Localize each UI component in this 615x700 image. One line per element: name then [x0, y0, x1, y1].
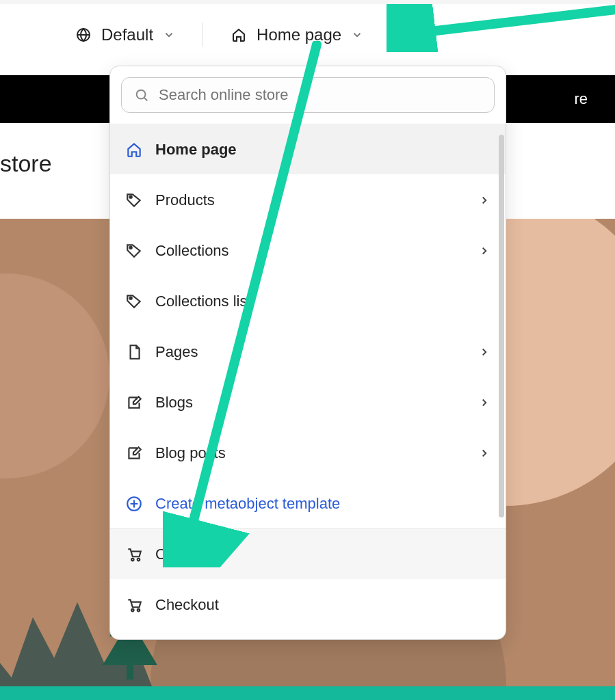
svg-point-6 [131, 558, 133, 560]
chevron-right-icon [478, 396, 490, 409]
cart-icon [125, 596, 143, 614]
template-item-label: Blogs [155, 394, 193, 412]
divider [202, 23, 203, 47]
edit-icon [125, 394, 143, 412]
template-item-home-page[interactable]: Home page [110, 124, 506, 174]
theme-label: Default [101, 25, 153, 44]
template-item-collections-list[interactable]: Collections list [110, 275, 506, 326]
scrollbar[interactable] [499, 135, 504, 627]
template-item-collections[interactable]: Collections [110, 225, 506, 275]
template-item-products[interactable]: Products [110, 174, 506, 225]
plus-circle-icon [125, 495, 143, 513]
svg-point-3 [130, 246, 132, 248]
chevron-right-icon [478, 346, 490, 358]
chevron-right-icon [478, 447, 490, 459]
home-icon [125, 141, 143, 159]
svg-point-1 [137, 90, 146, 99]
template-item-cart[interactable]: Cart [110, 528, 506, 579]
create-link-label: Create metaobject template [155, 495, 340, 513]
chevron-right-icon [478, 245, 490, 257]
tag-icon [125, 293, 143, 310]
template-item-blog-posts[interactable]: Blog posts [110, 427, 506, 478]
svg-point-9 [138, 608, 140, 610]
template-item-label: Pages [155, 343, 198, 361]
search-input[interactable] [159, 86, 482, 104]
tag-icon [125, 242, 143, 260]
template-item-label: Blog posts [155, 444, 226, 462]
template-list: Home page Products Collections Collectio… [110, 124, 506, 639]
template-item-label: Collections list [155, 293, 252, 310]
svg-point-8 [131, 608, 133, 610]
template-picker-panel: Home page Products Collections Collectio… [109, 66, 506, 640]
cart-icon [125, 546, 143, 563]
editor-topbar: Default Home page [0, 0, 615, 66]
template-item-checkout[interactable]: Checkout [110, 579, 506, 630]
bottom-accent-bar [0, 686, 615, 700]
page-icon [125, 343, 143, 361]
template-label: Home page [257, 25, 341, 44]
chevron-down-icon [163, 29, 175, 41]
home-icon [231, 27, 247, 43]
scrollbar-thumb[interactable] [499, 135, 504, 517]
template-selector[interactable]: Home page [231, 25, 363, 44]
svg-point-2 [130, 196, 132, 198]
template-item-label: Home page [155, 141, 237, 159]
tag-icon [125, 191, 143, 209]
template-item-label: Collections [155, 242, 229, 260]
template-item-blogs[interactable]: Blogs [110, 377, 506, 427]
chevron-down-icon [351, 29, 363, 41]
chevron-right-icon [478, 194, 490, 206]
template-item-label: Checkout [155, 596, 219, 614]
search-input-wrap[interactable] [121, 77, 495, 113]
template-item-label: Cart [155, 546, 184, 563]
template-item-label: Products [155, 191, 215, 209]
theme-selector[interactable]: Default [75, 25, 175, 44]
edit-icon [125, 444, 143, 462]
globe-icon [75, 27, 92, 43]
svg-point-4 [130, 297, 132, 299]
template-item-pages[interactable]: Pages [110, 326, 506, 377]
svg-point-7 [138, 558, 140, 560]
announcement-text: re [574, 90, 588, 108]
search-icon [134, 88, 149, 103]
create-metaobject-template-link[interactable]: Create metaobject template [110, 478, 506, 528]
